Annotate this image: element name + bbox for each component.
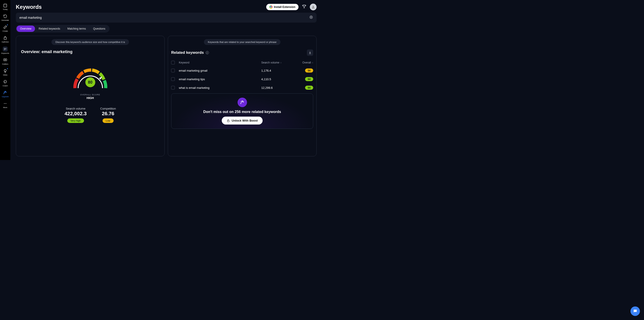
row-volume: 12,299.6: [261, 86, 293, 90]
overview-pill: Discover this keyword's audience size an…: [52, 39, 129, 45]
sidebar-item-coach[interactable]: Coach: [1, 78, 10, 88]
sidebar-item-create[interactable]: Create: [1, 24, 10, 34]
sidebar-label: Coach: [2, 85, 8, 87]
sidebar-item-optimize[interactable]: Optimize: [1, 34, 10, 44]
sidebar: Today Generate Create Optimize Keywords …: [0, 0, 10, 160]
svg-point-12: [6, 103, 6, 104]
gauge-rating: HIGH: [86, 96, 94, 100]
sidebar-label: Keywords: [1, 52, 9, 54]
col-overall[interactable]: Overall◇: [293, 61, 313, 64]
search-input[interactable]: [20, 16, 309, 20]
install-extension-button[interactable]: Install Extension: [266, 4, 298, 10]
related-panel: Keywords that are related to your search…: [168, 36, 316, 156]
dot-badge: [7, 68, 8, 69]
download-button[interactable]: [307, 50, 313, 56]
sidebar-label: Outliers: [2, 63, 8, 65]
row-keyword[interactable]: email marketing gmail: [179, 69, 261, 72]
related-title-text: Related keywords: [171, 50, 204, 55]
gauge-score: 80: [85, 77, 95, 87]
sidebar-item-keywords[interactable]: Keywords: [1, 45, 10, 56]
metric-search-volume: Search volume 422,002.3 Very high: [64, 107, 87, 123]
page-title: Keywords: [16, 4, 42, 10]
svg-rect-0: [4, 4, 7, 7]
info-icon[interactable]: i: [206, 51, 209, 54]
row-volume: 4,110.5: [261, 78, 293, 81]
table-header: Keyword Search volume◇ Overall◇: [171, 59, 313, 66]
keywords-icon: [3, 47, 8, 52]
sidebar-item-today[interactable]: Today: [1, 2, 10, 12]
svg-point-9: [5, 92, 5, 93]
score-badge: 64: [305, 77, 313, 81]
table-row: email marketing gmail 1,176.4 54: [171, 66, 313, 75]
header: Keywords Install Extension: [16, 4, 316, 11]
unlock-button[interactable]: Unlock With Boost: [222, 117, 262, 125]
overview-title-keyword: email marketing: [42, 50, 72, 54]
related-title: Related keywords i: [171, 50, 209, 55]
tab-overview[interactable]: Overview: [16, 26, 35, 32]
svg-point-13: [312, 6, 314, 7]
bag-icon: [3, 36, 8, 40]
main: Keywords Install Extension Overview Rela…: [10, 0, 322, 160]
unlock-panel: Don't miss out on 256 more related keywo…: [171, 93, 313, 129]
sidebar-label: Create: [2, 30, 8, 32]
sort-icon: ◇: [312, 62, 313, 64]
trophy-icon[interactable]: [302, 4, 307, 10]
panels: Discover this keyword's audience size an…: [16, 36, 316, 156]
sidebar-label: Upgrade: [2, 96, 9, 98]
tabs: Overview Related keywords Matching terms…: [16, 25, 110, 33]
col-volume[interactable]: Search volume◇: [261, 61, 293, 64]
sidebar-item-generate[interactable]: Generate: [1, 13, 10, 23]
row-checkbox[interactable]: [171, 69, 175, 72]
svg-point-10: [4, 103, 4, 104]
select-all-checkbox[interactable]: [171, 61, 175, 64]
table-row: email marketing tips 4,110.5 64: [171, 75, 313, 83]
row-checkbox[interactable]: [171, 86, 175, 90]
calendar-icon: [3, 3, 8, 8]
metric-value: 422,002.3: [64, 111, 87, 117]
overview-title-prefix: Overview:: [21, 50, 42, 54]
refresh-icon: [3, 14, 8, 19]
clear-icon[interactable]: [309, 15, 313, 20]
sidebar-item-upgrade[interactable]: Upgrade: [1, 89, 10, 99]
sidebar-label: More: [3, 106, 7, 109]
dot-badge: [7, 25, 8, 25]
chat-icon: [3, 80, 8, 84]
metric-competition: Competition 26.76 Low: [100, 107, 116, 123]
svg-point-8: [4, 80, 6, 83]
col-keyword[interactable]: Keyword: [179, 61, 261, 64]
metric-badge: Very high: [67, 118, 84, 123]
avatar[interactable]: [310, 4, 316, 11]
overview-panel: Discover this keyword's audience size an…: [16, 36, 164, 156]
wand-icon: [3, 25, 8, 29]
row-checkbox[interactable]: [171, 77, 175, 81]
dots-icon: [3, 101, 8, 106]
sidebar-item-more[interactable]: More: [1, 100, 10, 110]
sidebar-item-outliers[interactable]: Outliers: [1, 57, 10, 67]
rocket-circle-icon: [238, 98, 247, 107]
sort-icon: ◇: [280, 62, 282, 64]
metric-label: Competition: [100, 107, 116, 110]
tab-matching[interactable]: Matching terms: [64, 26, 90, 32]
unlock-text: Don't miss out on 256 more related keywo…: [203, 110, 281, 114]
sidebar-label: Ideas: [3, 74, 8, 76]
score-badge: 64: [305, 86, 313, 90]
related-title-row: Related keywords i: [171, 50, 313, 56]
tab-related[interactable]: Related keywords: [35, 26, 64, 32]
header-actions: Install Extension: [266, 4, 316, 11]
row-volume: 1,176.4: [261, 69, 293, 72]
row-keyword[interactable]: email marketing tips: [179, 78, 261, 81]
gauge-label: OVERALL SCORE: [80, 94, 100, 96]
row-keyword[interactable]: what is email marketing: [179, 86, 261, 90]
lock-icon: [227, 119, 230, 122]
sidebar-label: Generate: [1, 19, 9, 21]
metrics: Search volume 422,002.3 Very high Compet…: [64, 107, 116, 123]
rocket-icon: [3, 90, 8, 95]
search-bar: [16, 13, 316, 23]
score-badge: 54: [305, 69, 313, 73]
sidebar-item-ideas[interactable]: Ideas: [1, 67, 10, 77]
install-label: Install Extension: [274, 6, 295, 9]
chrome-icon: [270, 6, 272, 9]
lightbulb-icon: [3, 69, 8, 73]
tab-questions[interactable]: Questions: [90, 26, 109, 32]
monitor-icon: [3, 58, 8, 62]
